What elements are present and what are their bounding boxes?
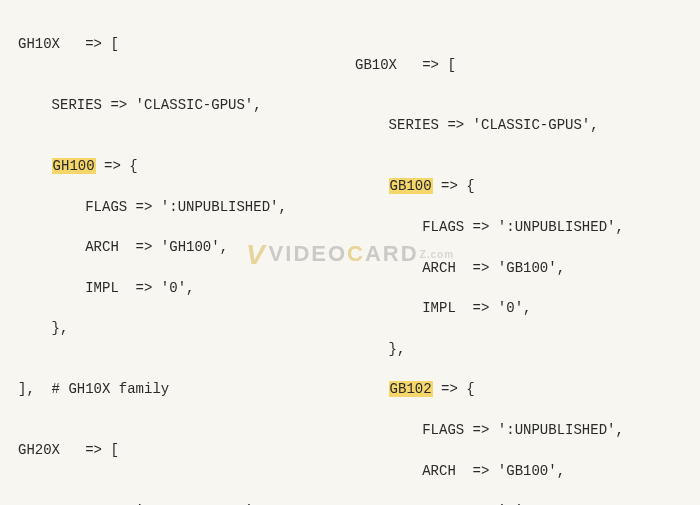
code-line: },: [18, 318, 345, 338]
code-line: GB102 => {: [355, 379, 682, 399]
code-text: => {: [96, 158, 138, 174]
code-line: IMPL => '2',: [355, 501, 682, 505]
code-line: },: [355, 339, 682, 359]
highlight-gb102: GB102: [389, 381, 433, 397]
code-line: GH10X => [: [18, 34, 345, 54]
indent: [18, 158, 52, 174]
code-line: SERIES => 'CLASSIC-GPUS',: [355, 115, 682, 135]
code-line: ARCH => 'GH100',: [18, 237, 345, 257]
left-column: GH10X => [ SERIES => 'CLASSIC-GPUS', GH1…: [18, 14, 345, 505]
code-line: GB10X => [: [355, 55, 682, 75]
code-line: GB100 => {: [355, 176, 682, 196]
code-line: ARCH => 'GB100',: [355, 461, 682, 481]
code-line: GH20X => [: [18, 440, 345, 460]
code-line: IMPL => '0',: [18, 278, 345, 298]
code-line: GH100 => {: [18, 156, 345, 176]
code-text: => {: [433, 381, 475, 397]
highlight-gh100: GH100: [52, 158, 96, 174]
highlight-gb100: GB100: [389, 178, 433, 194]
code-line: FLAGS => ':UNPUBLISHED',: [355, 420, 682, 440]
code-line: ARCH => 'GB100',: [355, 258, 682, 278]
code-line: FLAGS => ':UNPUBLISHED',: [355, 217, 682, 237]
code-line: IMPL => '0',: [355, 298, 682, 318]
code-line: FLAGS => ':UNPUBLISHED',: [18, 197, 345, 217]
right-column: GB10X => [ SERIES => 'CLASSIC-GPUS', GB1…: [355, 14, 682, 505]
code-line: SERIES => 'CLASSIC-GPUS',: [18, 501, 345, 505]
code-line: SERIES => 'CLASSIC-GPUS',: [18, 95, 345, 115]
indent: [355, 178, 389, 194]
code-line: ], # GH10X family: [18, 379, 345, 399]
code-text: => {: [433, 178, 475, 194]
code-columns: GH10X => [ SERIES => 'CLASSIC-GPUS', GH1…: [18, 14, 682, 505]
indent: [355, 381, 389, 397]
